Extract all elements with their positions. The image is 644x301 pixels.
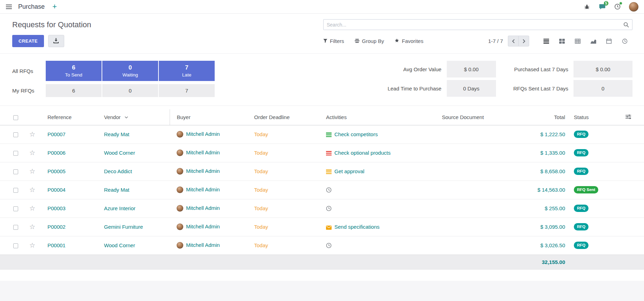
order-deadline-value: Today — [254, 168, 268, 174]
table-row[interactable]: ☆P00007Ready MatMitchell AdminTodayCheck… — [0, 125, 644, 144]
column-header-order-deadline[interactable]: Order Deadline — [247, 109, 319, 125]
vendor-link[interactable]: Gemini Furniture — [104, 224, 143, 230]
column-header-status[interactable]: Status — [567, 109, 613, 125]
my-to-send-card[interactable]: 6 — [46, 84, 102, 97]
activity-link[interactable]: Get approval — [334, 168, 364, 174]
favorite-star-icon[interactable]: ☆ — [29, 204, 35, 212]
reference-link[interactable]: P00005 — [47, 168, 66, 174]
buyer-link[interactable]: Mitchell Admin — [186, 242, 220, 248]
row-total: $ 3,026.50 — [499, 236, 567, 255]
quick-add-icon[interactable]: + — [52, 3, 57, 10]
purchased-last-7-days: $ 0.00 — [573, 61, 632, 78]
todo-list-icon[interactable] — [326, 169, 332, 174]
app-name[interactable]: Purchase — [18, 3, 45, 10]
vendor-link[interactable]: Deco Addict — [104, 168, 132, 174]
favorite-star-icon[interactable]: ☆ — [29, 223, 35, 230]
favorite-star-icon[interactable]: ☆ — [29, 241, 35, 249]
view-switch-calendar-icon[interactable] — [601, 36, 617, 46]
lead-time-label: Lead Time to Purchase — [334, 86, 442, 91]
debug-bug-icon[interactable] — [583, 2, 591, 11]
buyer-link[interactable]: Mitchell Admin — [186, 223, 220, 229]
clock-icon[interactable] — [326, 187, 332, 193]
vendor-link[interactable]: Wood Corner — [104, 150, 135, 156]
view-switch-activity-icon[interactable] — [617, 36, 632, 46]
my-waiting-card[interactable]: 0 — [102, 84, 158, 97]
optional-columns-icon[interactable] — [613, 109, 644, 125]
reference-link[interactable]: P00006 — [47, 150, 66, 156]
table-row[interactable]: ☆P00004Ready MatMitchell AdminToday$ 14,… — [0, 181, 644, 199]
vendor-link[interactable]: Ready Mat — [104, 131, 129, 137]
column-header-source-document[interactable]: Source Document — [435, 109, 499, 125]
table-row[interactable]: ☆P00005Deco AddictMitchell AdminTodayGet… — [0, 162, 644, 181]
table-row[interactable]: ☆P00003Azure InteriorMitchell AdminToday… — [0, 199, 644, 218]
todo-list-icon[interactable] — [326, 151, 332, 156]
row-checkbox[interactable] — [13, 132, 18, 137]
create-button[interactable]: CREATE — [12, 35, 44, 47]
search-icon[interactable] — [623, 22, 629, 29]
sort-chevron-down-icon — [125, 116, 128, 118]
select-all-checkbox[interactable] — [13, 115, 18, 120]
status-badge: RFQ — [574, 131, 589, 138]
source-document-value — [435, 199, 499, 218]
reference-link[interactable]: P00007 — [47, 131, 66, 137]
vendor-link[interactable]: Azure Interior — [104, 205, 135, 211]
waiting-card[interactable]: 0 Waiting — [102, 61, 158, 81]
view-switch-kanban-icon[interactable] — [554, 36, 570, 46]
todo-list-icon[interactable] — [326, 132, 332, 137]
activities-clock-icon[interactable] — [614, 2, 621, 11]
import-button[interactable] — [48, 35, 64, 47]
favorite-star-icon[interactable]: ☆ — [29, 186, 35, 193]
row-checkbox[interactable] — [13, 206, 18, 211]
group-by-button[interactable]: Group By — [355, 38, 384, 44]
buyer-link[interactable]: Mitchell Admin — [186, 186, 220, 192]
view-switch-pivot-icon[interactable] — [570, 36, 585, 46]
buyer-link[interactable]: Mitchell Admin — [186, 131, 220, 137]
vendor-link[interactable]: Wood Corner — [104, 242, 135, 248]
activity-link[interactable]: Check competitors — [334, 131, 378, 137]
favorite-star-icon[interactable]: ☆ — [29, 130, 35, 138]
my-late-card[interactable]: 7 — [159, 84, 215, 97]
activity-link[interactable]: Check optional products — [334, 150, 391, 156]
late-card[interactable]: 7 Late — [159, 61, 215, 81]
column-header-buyer[interactable]: Buyer — [170, 109, 247, 125]
activity-link[interactable]: Send specifications — [334, 224, 379, 230]
favorites-button[interactable]: Favorites — [394, 38, 423, 44]
rfqs-sent-last-7-days-label: RFQs Sent Last 7 Days — [501, 86, 568, 91]
dashboard-cards: 6 To Send 6 0 Waiting 0 7 Late — [46, 61, 215, 97]
row-checkbox[interactable] — [13, 188, 18, 193]
clock-icon[interactable] — [326, 206, 332, 211]
column-header-reference[interactable]: Reference — [41, 109, 97, 125]
favorite-star-icon[interactable]: ☆ — [29, 149, 35, 156]
messages-icon[interactable]: 5 — [598, 2, 606, 11]
favorite-star-icon[interactable]: ☆ — [29, 167, 35, 175]
buyer-link[interactable]: Mitchell Admin — [186, 149, 220, 155]
row-checkbox[interactable] — [13, 243, 18, 248]
pager-previous-button[interactable] — [508, 36, 519, 46]
column-header-total[interactable]: Total — [499, 109, 567, 125]
column-header-activities[interactable]: Activities — [319, 109, 435, 125]
table-row[interactable]: ☆P00001Wood CornerMitchell AdminToday$ 3… — [0, 236, 644, 255]
column-header-vendor[interactable]: Vendor — [97, 109, 170, 125]
reference-link[interactable]: P00003 — [47, 205, 66, 211]
table-row[interactable]: ☆P00006Wood CornerMitchell AdminTodayChe… — [0, 144, 644, 162]
buyer-link[interactable]: Mitchell Admin — [186, 168, 220, 174]
row-checkbox[interactable] — [13, 169, 18, 174]
filters-button[interactable]: Filters — [323, 38, 344, 44]
clock-icon[interactable] — [326, 243, 332, 248]
table-row[interactable]: ☆P00002Gemini FurnitureMitchell AdminTod… — [0, 218, 644, 236]
user-avatar[interactable] — [629, 2, 638, 12]
reference-link[interactable]: P00002 — [47, 224, 66, 230]
vendor-link[interactable]: Ready Mat — [104, 187, 129, 193]
reference-link[interactable]: P00004 — [47, 187, 66, 193]
view-switch-graph-icon[interactable] — [585, 36, 601, 46]
row-checkbox[interactable] — [13, 151, 18, 156]
reference-link[interactable]: P00001 — [47, 242, 66, 248]
search-input[interactable] — [324, 20, 632, 30]
buyer-link[interactable]: Mitchell Admin — [186, 205, 220, 211]
row-checkbox[interactable] — [13, 225, 18, 230]
envelope-icon[interactable] — [326, 226, 332, 230]
pager-next-button[interactable] — [518, 36, 529, 46]
to-send-card[interactable]: 6 To Send — [46, 61, 102, 81]
view-switch-list-icon[interactable] — [538, 36, 554, 46]
apps-menu-icon[interactable] — [5, 2, 13, 11]
